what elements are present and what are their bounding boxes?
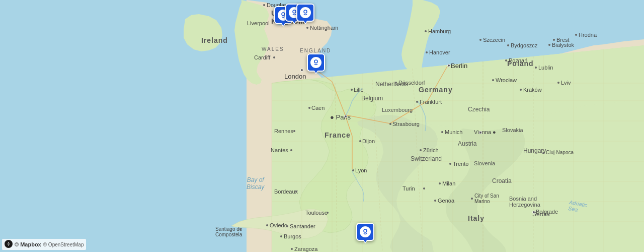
- dot-lyon: [352, 169, 354, 171]
- dot-belgrade: [532, 211, 535, 214]
- dot-zaragoza: [291, 248, 293, 250]
- dot-berlin: [447, 64, 450, 67]
- map-container[interactable]: Ireland UnitedKingdom WALES ENGLAND Fran…: [0, 0, 644, 252]
- dot-douglas: [263, 4, 265, 6]
- dot-strasbourg: [389, 123, 391, 125]
- dot-bydgoszcz: [507, 44, 509, 46]
- osm-text: © OpenStreetMap: [43, 242, 84, 247]
- dot-lublin: [535, 67, 537, 69]
- dot-caen: [308, 107, 310, 109]
- svg-point-35: [304, 10, 307, 13]
- dot-milan: [439, 182, 441, 184]
- dot-munich: [441, 131, 443, 133]
- dot-poznan: [505, 59, 507, 61]
- dot-london: [300, 69, 303, 72]
- marker-marseille[interactable]: [356, 223, 374, 241]
- dot-dusseldorf: [395, 82, 397, 84]
- svg-point-37: [364, 229, 367, 232]
- dot-hrodna: [575, 34, 577, 36]
- svg-point-34: [293, 10, 296, 13]
- dot-burgos: [280, 235, 282, 237]
- dot-sanmarino: [471, 198, 473, 200]
- dot-paris: [344, 115, 347, 118]
- dot-trento: [449, 163, 451, 165]
- dot-krakow: [520, 89, 522, 91]
- dot-genoa: [434, 200, 436, 202]
- dot-zurich: [420, 149, 422, 151]
- mapbox-text: © Mapbox: [15, 241, 41, 247]
- dot-cardiff: [273, 56, 275, 58]
- dot-brest: [553, 39, 555, 41]
- dot-santiago: [239, 228, 242, 230]
- mapbox-logo: [5, 240, 13, 249]
- svg-point-36: [314, 60, 317, 63]
- svg-point-33: [282, 13, 285, 16]
- dot-lille: [351, 89, 353, 91]
- dot-vienna: [479, 131, 482, 134]
- dot-turin: [423, 187, 425, 190]
- dot-dijon: [359, 140, 361, 142]
- map-attribution[interactable]: © Mapbox © OpenStreetMap: [2, 239, 86, 250]
- dot-cluj: [542, 152, 544, 154]
- dot-hamburg: [425, 30, 427, 32]
- dot-rennes: [293, 130, 295, 132]
- marker-3[interactable]: [296, 4, 314, 22]
- dot-santander: [286, 225, 288, 227]
- dot-lviv: [557, 82, 559, 84]
- dot-hanover: [426, 51, 428, 53]
- dot-bordeaux: [295, 191, 297, 193]
- svg-point-39: [8, 243, 10, 245]
- dot-wroclaw: [492, 79, 494, 81]
- dot-szczecin: [479, 39, 481, 41]
- dot-nottingham: [306, 27, 308, 29]
- marker-london[interactable]: [307, 53, 325, 72]
- dot-toulouse: [327, 212, 329, 214]
- dot-nantes: [290, 149, 292, 151]
- dot-oviedo: [266, 224, 268, 226]
- dot-frankfurt: [416, 101, 418, 103]
- dot-bialystok: [548, 44, 550, 46]
